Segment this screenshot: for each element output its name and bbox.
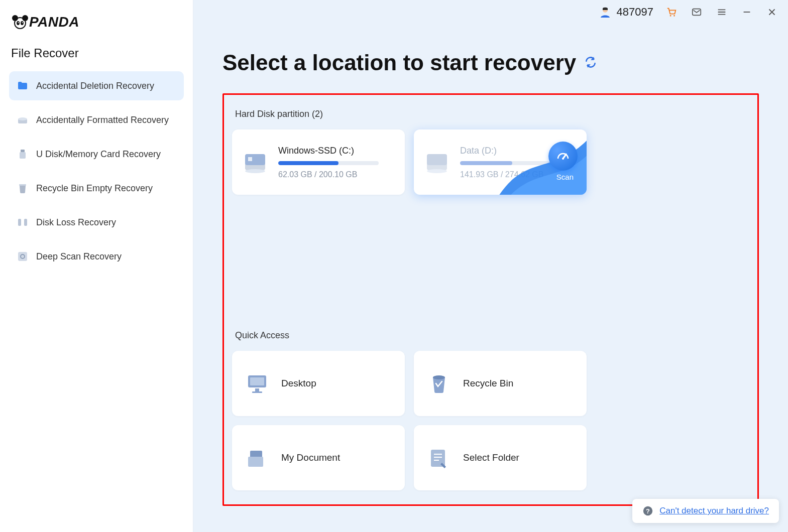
sidebar-item-label: Deep Scan Recovery (36, 251, 122, 262)
svg-point-17 (670, 15, 671, 17)
sidebar-item-disk-loss[interactable]: Disk Loss Recovery (9, 208, 184, 237)
usage-fill (278, 161, 339, 165)
sidebar-item-accidental-deletion[interactable]: Accidental Deletion Recovery (9, 71, 184, 100)
partition-section-label: Hard Disk partition (2) (232, 109, 749, 119)
hdd-icon (423, 148, 451, 176)
mail-icon (691, 7, 702, 18)
cart-button[interactable] (664, 5, 679, 19)
sidebar-title: File Recover (9, 46, 184, 60)
svg-point-33 (433, 375, 445, 379)
sidebar-item-deep-scan[interactable]: Deep Scan Recovery (9, 242, 184, 271)
usage-fill (460, 161, 512, 165)
minimize-icon (741, 7, 752, 18)
usage-bar (460, 161, 560, 165)
folder-icon (16, 79, 29, 92)
usage-bar (278, 161, 379, 165)
sidebar-item-label: U Disk/Memory Card Recovery (36, 149, 161, 160)
svg-rect-25 (427, 154, 447, 165)
svg-point-2 (22, 15, 28, 21)
svg-point-28 (562, 158, 564, 160)
svg-rect-37 (434, 454, 442, 455)
svg-rect-13 (24, 219, 27, 226)
sidebar-item-label: Accidentally Formatted Recovery (36, 115, 169, 125)
trash-icon (16, 182, 29, 195)
help-bubble[interactable]: ? Can't detect your hard drive? (632, 499, 779, 523)
svg-point-8 (18, 117, 27, 120)
svg-rect-35 (248, 457, 263, 467)
main-area: 487097 Select a location to start recove… (193, 0, 788, 532)
quick-label: Recycle Bin (463, 378, 513, 389)
select-folder-icon (426, 445, 452, 471)
panda-icon (11, 13, 29, 31)
cart-icon (666, 7, 677, 18)
svg-text:?: ? (646, 507, 650, 515)
location-selection-area: Hard Disk partition (2) Windows-SSD (C:) (222, 93, 759, 506)
partition-card-d[interactable]: Data (D:) 141.93 GB / 274.62 GB (414, 129, 587, 195)
quick-label: Select Folder (463, 452, 519, 463)
document-folder-icon (244, 445, 270, 471)
close-button[interactable] (765, 5, 779, 19)
sidebar-item-label: Accidental Deletion Recovery (36, 81, 154, 91)
svg-rect-38 (434, 457, 442, 458)
svg-rect-10 (20, 152, 26, 159)
brand-text: PANDA (29, 14, 79, 30)
svg-point-5 (18, 22, 19, 23)
user-badge[interactable]: 487097 (599, 6, 653, 19)
user-id: 487097 (617, 6, 653, 19)
drive-icon (16, 113, 29, 126)
refresh-icon (584, 56, 597, 69)
svg-point-26 (427, 169, 447, 173)
minimize-button[interactable] (740, 5, 754, 19)
partition-name: Windows-SSD (C:) (278, 146, 396, 156)
mail-button[interactable] (690, 5, 704, 19)
page-title: Select a location to start recovery (222, 50, 576, 75)
quick-label: Desktop (281, 378, 316, 389)
svg-rect-32 (252, 391, 262, 393)
close-icon (766, 7, 777, 18)
help-icon: ? (642, 505, 653, 516)
refresh-button[interactable] (584, 56, 598, 70)
quick-card-my-document[interactable]: My Document (232, 425, 405, 490)
scan-icon (16, 250, 29, 263)
partition-card-c[interactable]: Windows-SSD (C:) 62.03 GB / 200.10 GB (232, 129, 405, 195)
svg-rect-22 (248, 157, 252, 161)
svg-rect-39 (434, 460, 439, 461)
scan-button[interactable] (548, 142, 578, 171)
quick-access-label: Quick Access (232, 330, 749, 341)
svg-rect-30 (250, 377, 264, 385)
partition-usage: 62.03 GB / 200.10 GB (278, 170, 396, 179)
scan-label: Scan (556, 173, 574, 181)
desktop-icon (244, 370, 270, 396)
quick-card-recycle-bin[interactable]: Recycle Bin (414, 351, 587, 416)
svg-rect-9 (21, 150, 25, 152)
sidebar-item-udisk[interactable]: U Disk/Memory Card Recovery (9, 140, 184, 169)
svg-rect-11 (19, 184, 26, 186)
partition-icon (16, 216, 29, 229)
svg-point-23 (245, 169, 265, 173)
quick-card-desktop[interactable]: Desktop (232, 351, 405, 416)
menu-button[interactable] (715, 5, 729, 19)
svg-point-4 (21, 21, 24, 25)
svg-point-3 (17, 21, 20, 25)
sidebar-item-label: Recycle Bin Empty Recovery (36, 183, 153, 194)
recycle-bin-icon (426, 370, 452, 396)
quick-label: My Document (281, 452, 340, 463)
svg-rect-12 (18, 219, 21, 226)
svg-point-6 (22, 22, 23, 23)
svg-point-1 (12, 15, 18, 21)
usb-icon (16, 148, 29, 161)
svg-rect-14 (18, 252, 27, 261)
sidebar: PANDA File Recover Accidental Deletion R… (0, 0, 193, 532)
sidebar-item-formatted[interactable]: Accidentally Formatted Recovery (9, 105, 184, 135)
svg-point-18 (673, 15, 675, 17)
quick-card-select-folder[interactable]: Select Folder (414, 425, 587, 490)
gauge-icon (555, 149, 571, 164)
sidebar-item-label: Disk Loss Recovery (36, 217, 116, 228)
hamburger-icon (716, 7, 727, 18)
avatar-icon (599, 6, 612, 19)
titlebar: 487097 (599, 5, 779, 19)
brand-logo: PANDA (9, 13, 184, 31)
svg-rect-31 (255, 388, 259, 391)
help-link-text: Can't detect your hard drive? (659, 506, 769, 516)
sidebar-item-recycle-bin[interactable]: Recycle Bin Empty Recovery (9, 174, 184, 203)
